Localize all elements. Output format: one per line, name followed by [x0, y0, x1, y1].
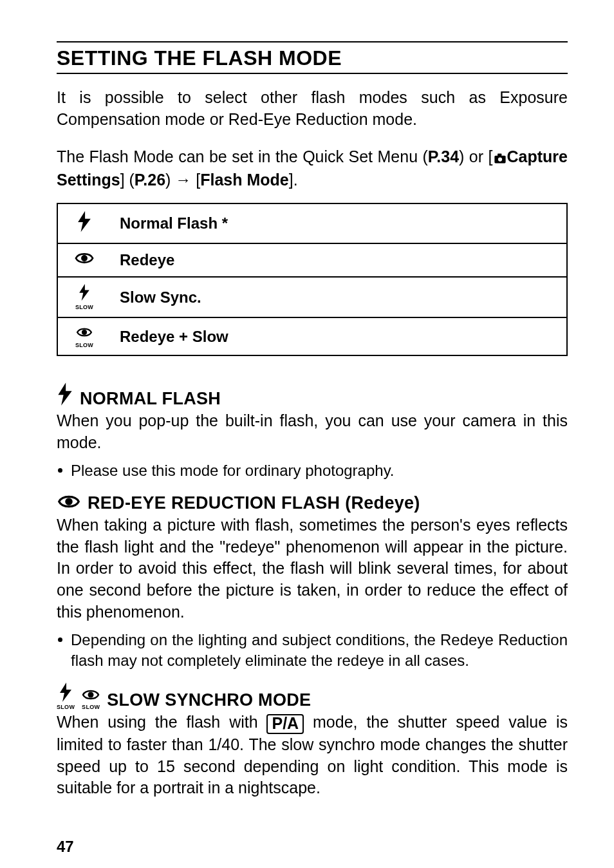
- page-number: 47: [57, 838, 568, 856]
- text: When using the flash with: [57, 713, 266, 731]
- page-ref: P.34: [428, 147, 459, 165]
- eye-slow-icon: SLOW: [57, 317, 111, 355]
- text: ) or [: [459, 147, 492, 165]
- subsection-heading: NORMAL FLASH: [80, 389, 221, 409]
- bullet-item: Depending on the lighting and subject co…: [57, 630, 568, 672]
- slow-text: SLOW: [81, 704, 100, 710]
- table-row: SLOW Redeye + Slow: [57, 317, 567, 355]
- table-cell-label: Redeye: [111, 243, 567, 277]
- slow-synchro-paragraph: When using the flash with P/A mode, the …: [57, 712, 568, 799]
- pa-mode-badge: P/A: [266, 714, 304, 734]
- text: The Flash Mode can be set in the Quick S…: [57, 147, 428, 165]
- flash-slow-icon: SLOW: [57, 683, 75, 710]
- page-ref: P.26: [135, 171, 165, 189]
- arrow-icon: →: [175, 171, 191, 189]
- subsection-heading: SLOW SYNCHRO MODE: [107, 690, 311, 710]
- camera-icon: [493, 148, 507, 170]
- eye-icon: [57, 243, 111, 277]
- table-cell-label: Slow Sync.: [111, 277, 567, 317]
- slow-text: SLOW: [62, 305, 107, 310]
- table-cell-label: Redeye + Slow: [111, 317, 567, 355]
- section-heading: SETTING THE FLASH MODE: [57, 46, 568, 70]
- bullet-item: Please use this mode for ordinary photog…: [57, 460, 568, 481]
- flash-slow-icon: SLOW: [57, 277, 111, 317]
- eye-slow-icon: SLOW: [81, 688, 100, 710]
- flash-icon: [57, 382, 73, 409]
- normal-flash-paragraph: When you pop-up the built-in flash, you …: [57, 410, 568, 454]
- text: ): [165, 171, 175, 189]
- flash-icon: [57, 203, 111, 243]
- flash-mode-label: Flash Mode: [200, 171, 289, 189]
- slow-text: SLOW: [62, 343, 107, 348]
- table-cell-label: Normal Flash *: [111, 203, 567, 243]
- flash-mode-table: Normal Flash * Redeye SLOW Slow Sync. SL…: [57, 203, 568, 356]
- table-row: Redeye: [57, 243, 567, 277]
- subsection-heading: RED-EYE REDUCTION FLASH (Redeye): [88, 493, 420, 513]
- intro-paragraph-2: The Flash Mode can be set in the Quick S…: [57, 146, 568, 192]
- table-row: Normal Flash *: [57, 203, 567, 243]
- text: ].: [289, 171, 298, 189]
- text: [: [191, 171, 200, 189]
- redeye-paragraph: When taking a picture with flash, someti…: [57, 514, 568, 623]
- intro-paragraph-1: It is possible to select other flash mod…: [57, 87, 568, 131]
- slow-text: SLOW: [57, 704, 75, 710]
- text: ] (: [120, 171, 135, 189]
- table-row: SLOW Slow Sync.: [57, 277, 567, 317]
- eye-icon: [57, 493, 81, 513]
